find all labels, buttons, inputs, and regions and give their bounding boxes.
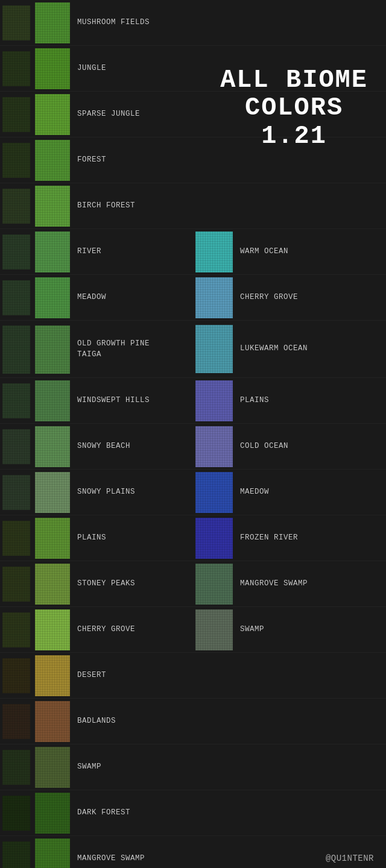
biome-label-meadow: MEADOW [72, 292, 106, 303]
swatch-badlands-dark [2, 704, 30, 739]
biome-label-jungle: JUNGLE [72, 63, 106, 74]
swatch-sparse-jungle-dark [2, 97, 30, 132]
swatch-river-light [35, 231, 70, 272]
biome-label-maedow: MAEDOW [235, 487, 269, 498]
main-container: ALL BIOME COLORS 1.21 MUSHROOM FIELDS [0, 0, 386, 868]
table-row: SNOWY PLAINS MAEDOW [0, 470, 386, 515]
swatch-mushroom-light [35, 2, 70, 43]
biome-label-swamp-r: SWAMP [235, 624, 264, 635]
biome-label-forest: FOREST [72, 155, 106, 166]
biome-label-badlands: BADLANDS [72, 716, 116, 727]
title-line2: COLORS [220, 94, 368, 122]
swatch-birch-light [35, 186, 70, 227]
swatch-frozen-river [195, 518, 233, 559]
swatch-ogpt-light [35, 326, 70, 374]
swatch-windswept-dark [2, 383, 30, 418]
biome-label-dark-forest: DARK FOREST [72, 808, 130, 819]
biome-label-stoney-peaks: STONEY PEAKS [72, 579, 135, 590]
swatch-birch-dark [2, 189, 30, 224]
title-version: 1.21 [220, 122, 368, 151]
swatch-lukewarm-ocean [195, 325, 233, 373]
table-row: RIVER WARM OCEAN [0, 229, 386, 275]
table-row: MUSHROOM FIELDS [0, 0, 386, 46]
title-block: ALL BIOME COLORS 1.21 [220, 66, 368, 151]
biome-label-snowy-plains: SNOWY PLAINS [72, 487, 135, 498]
biome-label-river: RIVER [72, 247, 101, 257]
biome-label-birch-forest: BIRCH FOREST [72, 201, 135, 212]
swatch-mangrove-swamp-r [195, 564, 233, 605]
biome-label-ogpt: OLD GROWTH PINETAIGA [72, 339, 150, 360]
swatch-jungle-dark [2, 51, 30, 86]
swatch-sparse-jungle-light [35, 94, 70, 135]
swatch-maedow [195, 472, 233, 513]
swatch-forest-dark [2, 143, 30, 178]
swatch-snowy-beach-light [35, 426, 70, 467]
biome-label-warm-ocean: WARM OCEAN [235, 247, 288, 257]
swatch-swamp-r [195, 609, 233, 650]
table-row: CHERRY GROVE SWAMP [0, 607, 386, 653]
table-row: WINDSWEPT HILLS PLAINS [0, 378, 386, 424]
swatch-dark-forest-dark [2, 796, 30, 831]
swatch-plains-r [195, 380, 233, 421]
swatch-meadow-dark [2, 280, 30, 315]
table-row: STONEY PEAKS MANGROVE SWAMP [0, 561, 386, 607]
swatch-snowy-beach-dark [2, 429, 30, 464]
biome-label-desert: DESERT [72, 670, 106, 681]
swatch-river-dark [2, 234, 30, 269]
biome-label-mangrove-swamp: MANGROVE SWAMP [72, 854, 145, 864]
swatch-swamp-dark [2, 750, 30, 785]
swatch-cherry-grove-r [195, 277, 233, 318]
swatch-mushroom-dark [2, 5, 30, 40]
swatch-dark-forest-light [35, 793, 70, 834]
swatch-mangrove-dark [2, 841, 30, 868]
swatch-meadow-light [35, 277, 70, 318]
swatch-forest-light [35, 140, 70, 181]
biome-label-sparse-jungle: SPARSE JUNGLE [72, 109, 140, 120]
table-row: BADLANDS [0, 699, 386, 744]
swatch-warm-ocean [195, 231, 233, 272]
swatch-desert-light [35, 655, 70, 696]
table-row: SWAMP [0, 744, 386, 790]
biome-label-lukewarm-ocean: LUKEWARM OCEAN [235, 344, 308, 354]
swatch-badlands-light [35, 701, 70, 742]
table-row: DESERT [0, 653, 386, 699]
swatch-cherry-grove-light [35, 609, 70, 650]
swatch-snowy-plains-light [35, 472, 70, 513]
swatch-stoney-dark [2, 567, 30, 602]
swatch-jungle-light [35, 48, 70, 89]
table-row: PLAINS FROZEN RIVER [0, 515, 386, 561]
swatch-cherry-grove-dark [2, 612, 30, 647]
biome-label-cherry-grove: CHERRY GROVE [72, 624, 135, 635]
biome-label-cherry-grove-r: CHERRY GROVE [235, 292, 298, 303]
swatch-cold-ocean [195, 426, 233, 467]
swatch-swamp-light [35, 747, 70, 788]
biome-label-plains: PLAINS [72, 533, 106, 544]
swatch-plains-light [35, 518, 70, 559]
biome-label-mushroom-fields: MUSHROOM FIELDS [72, 17, 150, 28]
swatch-ogpt-dark [2, 326, 30, 374]
biome-label-cold-ocean: COLD OCEAN [235, 441, 288, 452]
biome-label-swamp: SWAMP [72, 762, 101, 773]
table-row: DARK FOREST [0, 790, 386, 836]
table-row: SNOWY BEACH COLD OCEAN [0, 424, 386, 470]
swatch-snowy-plains-dark [2, 475, 30, 510]
table-row: BIRCH FOREST [0, 183, 386, 229]
biome-label-plains-r: PLAINS [235, 395, 269, 406]
swatch-desert-dark [2, 658, 30, 693]
attribution: @Qu1ntenr [321, 853, 374, 865]
biome-label-frozen-river: FROZEN RIVER [235, 533, 298, 544]
swatch-plains-dark [2, 521, 30, 556]
biome-label-mangrove-swamp-r: MANGROVE SWAMP [235, 579, 308, 590]
title-line1: ALL BIOME [220, 66, 368, 94]
table-row: OLD GROWTH PINETAIGA LUKEWARM OCEAN [0, 321, 386, 378]
table-row: MANGROVE SWAMP @Qu1ntenr [0, 836, 386, 868]
swatch-mangrove-light [35, 838, 70, 868]
table-row: MEADOW CHERRY GROVE [0, 275, 386, 321]
swatch-stoney-light [35, 564, 70, 605]
biome-label-snowy-beach: SNOWY BEACH [72, 441, 130, 452]
biome-label-windswept-hills: WINDSWEPT HILLS [72, 395, 150, 406]
swatch-windswept-light [35, 380, 70, 421]
